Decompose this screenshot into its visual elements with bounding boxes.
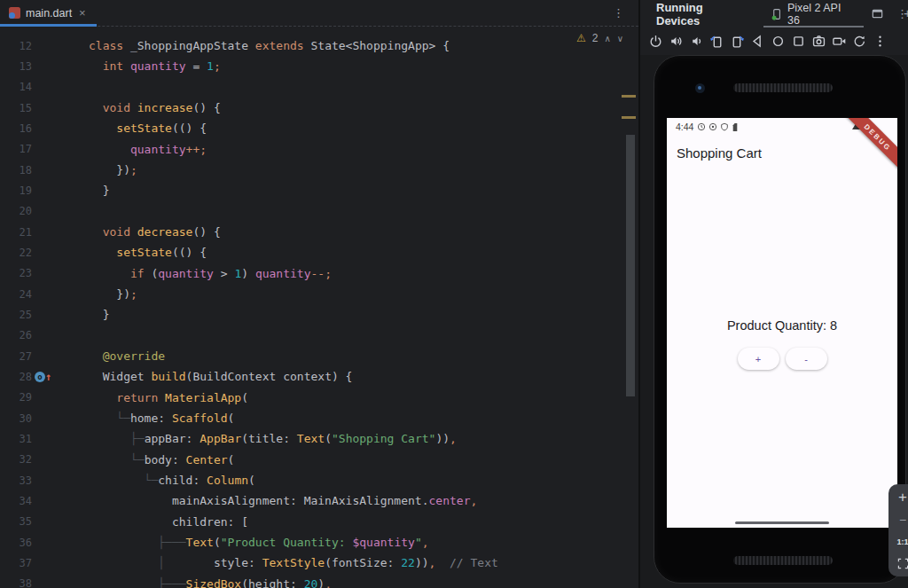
code-line[interactable]: 26 — [0, 325, 638, 346]
restore-window-icon[interactable] — [871, 7, 884, 20]
device-display-area: 4:44 DEBUG — [640, 55, 908, 588]
code-text: Widget build(BuildContext context) { — [89, 366, 352, 387]
code-text: }); — [89, 160, 137, 180]
device-tab-label: Pixel 2 API 36 — [787, 2, 853, 27]
volume-up-icon[interactable] — [668, 33, 685, 50]
line-number: 24 — [0, 288, 32, 301]
tab-main-dart[interactable]: main.dart × — [0, 0, 97, 26]
line-number: 28 — [0, 371, 32, 383]
code-line[interactable]: 23 if (quantity > 1) quantity--; — [0, 263, 638, 284]
phone-screen[interactable]: 4:44 DEBUG — [667, 118, 897, 528]
close-tab-icon[interactable]: × — [79, 6, 86, 20]
code-line[interactable]: 22 setState(() { — [0, 242, 638, 263]
code-line[interactable]: 25 } — [0, 304, 638, 325]
line-number: 20 — [0, 205, 32, 217]
running-devices-panel: Running Devices Pixel 2 API 36 ⋮ + — [638, 0, 908, 588]
code-line[interactable]: 29 return MaterialApp( — [0, 388, 638, 408]
line-number: 26 — [0, 329, 32, 341]
code-line[interactable]: 28o↑ Widget build(BuildContext context) … — [0, 366, 638, 387]
code-line[interactable]: 18 }); — [0, 160, 638, 180]
dart-file-icon — [9, 7, 20, 19]
alarm-icon — [697, 122, 706, 131]
app-bar-title: Shopping Cart — [677, 145, 897, 161]
code-line[interactable]: 34 mainAxisAlignment: MainAxisAlignment.… — [0, 490, 638, 511]
line-number: 22 — [0, 247, 32, 259]
code-text: void increase() { — [89, 98, 221, 118]
code-line[interactable]: 36 ├───Text("Product Quantity: $quantity… — [0, 532, 638, 553]
product-quantity-text: Product Quantity: 8 — [667, 318, 897, 333]
code-text: } — [89, 304, 109, 325]
zoom-in-button[interactable]: + — [892, 486, 908, 508]
code-line[interactable]: 14 — [0, 77, 638, 98]
code-text: └─child: Column( — [89, 470, 255, 490]
gesture-navigation-bar[interactable] — [735, 521, 829, 525]
device-toolbar — [640, 27, 908, 55]
code-line[interactable]: 17 quantity++; — [0, 139, 638, 160]
rotate-right-icon[interactable] — [729, 33, 746, 50]
code-text: ├───SizedBox(height: 20), — [89, 574, 332, 588]
gutter: o↑ — [32, 371, 89, 383]
back-icon[interactable] — [749, 33, 766, 50]
code-line[interactable]: 15 void increase() { — [0, 98, 638, 118]
panel-title: Running Devices — [656, 1, 746, 27]
screenshot-icon[interactable] — [810, 33, 827, 50]
code-line[interactable]: 32 └─body: Center( — [0, 450, 638, 470]
line-number: 38 — [0, 577, 32, 588]
scrollbar-warning-mark[interactable] — [622, 95, 636, 98]
code-line[interactable]: 38 ├───SizedBox(height: 20), — [0, 574, 638, 588]
volume-down-icon[interactable] — [688, 33, 705, 50]
screen-record-icon[interactable] — [831, 33, 848, 50]
tab-title: main.dart — [26, 7, 72, 20]
code-line[interactable]: 16 setState(() { — [0, 118, 638, 138]
code-line[interactable]: 24 }); — [0, 284, 638, 304]
more-icon[interactable] — [872, 33, 888, 50]
code-line[interactable]: 35 children: [ — [0, 512, 638, 532]
code-text: int quantity = 1; — [89, 56, 221, 76]
code-text: │ style: TextStyle(fontSize: 22)), // Te… — [89, 553, 498, 573]
earpiece-speaker — [733, 83, 833, 92]
device-phone-icon — [771, 8, 782, 20]
fit-to-window-button[interactable] — [892, 553, 908, 575]
decrease-button[interactable]: - — [786, 348, 827, 370]
code-line[interactable]: 37 │ style: TextStyle(fontSize: 22)), //… — [0, 553, 638, 573]
line-number: 33 — [0, 474, 32, 487]
line-number: 17 — [0, 143, 32, 155]
line-number: 14 — [0, 81, 32, 93]
zoom-out-button[interactable]: − — [892, 508, 908, 530]
actual-size-button[interactable]: 1:1 — [892, 530, 908, 553]
code-line[interactable]: 13 int quantity = 1; — [0, 56, 638, 76]
restart-icon[interactable] — [851, 33, 868, 50]
code-text: children: [ — [89, 512, 248, 532]
editor-scrollbar-thumb[interactable] — [626, 135, 635, 396]
code-text: class _ShoppingAppState extends State<Sh… — [89, 35, 450, 56]
increase-button[interactable]: + — [738, 348, 779, 370]
code-line[interactable]: 19 } — [0, 180, 638, 200]
tab-pixel-2-api-36[interactable]: Pixel 2 API 36 — [765, 0, 858, 27]
power-icon[interactable] — [647, 33, 664, 50]
code-line[interactable]: 20 — [0, 201, 638, 222]
rotate-left-icon[interactable] — [708, 33, 725, 50]
add-device-plus-icon[interactable]: + — [904, 5, 908, 20]
overriding-method-icon[interactable]: o — [35, 372, 45, 382]
code-line[interactable]: 12class _ShoppingAppState extends State<… — [0, 35, 638, 56]
code-text: return MaterialApp( — [89, 388, 248, 408]
code-line[interactable]: 31 ├─appBar: AppBar(title: Text("Shoppin… — [0, 428, 638, 449]
code-area[interactable]: 12class _ShoppingAppState extends State<… — [0, 35, 638, 588]
next-problem-chevron-icon[interactable]: ∨ — [617, 34, 623, 43]
code-line[interactable]: 33 └─child: Column( — [0, 470, 638, 490]
data-saver-icon — [708, 122, 717, 131]
editor-options-kebab-icon[interactable]: ⋮ — [613, 6, 624, 20]
overview-icon[interactable] — [790, 33, 807, 50]
phone-emulator[interactable]: 4:44 DEBUG — [654, 55, 906, 584]
line-number: 18 — [0, 164, 32, 176]
inspections-widget[interactable]: ⚠ 2 ∧ ∨ — [576, 32, 623, 44]
home-icon[interactable] — [770, 33, 787, 50]
code-text: if (quantity > 1) quantity--; — [89, 263, 332, 284]
code-line[interactable]: 30 └─home: Scaffold( — [0, 408, 638, 428]
prev-problem-chevron-icon[interactable]: ∧ — [604, 34, 610, 43]
code-editor: main.dart × ⋮ 12class _ShoppingAppState … — [0, 0, 638, 588]
code-text: setState(() { — [89, 118, 207, 138]
code-line[interactable]: 21 void decrease() { — [0, 222, 638, 242]
scrollbar-warning-mark[interactable] — [622, 116, 636, 119]
code-line[interactable]: 27 @override — [0, 346, 638, 366]
